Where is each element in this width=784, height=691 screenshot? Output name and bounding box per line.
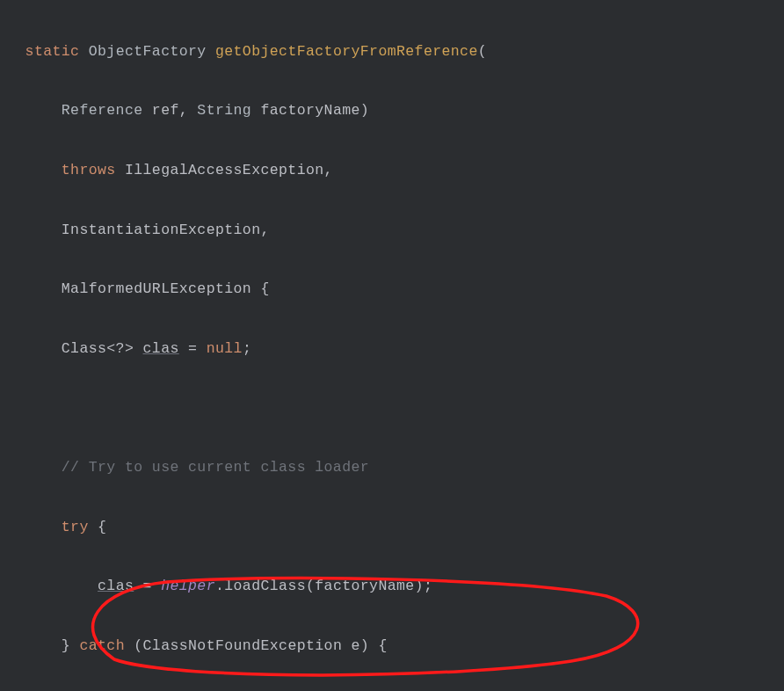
code-line: static ObjectFactory getObjectFactoryFro… (7, 37, 784, 67)
code-line: try { (7, 513, 784, 542)
code-line: Reference ref, String factoryName) (7, 96, 784, 126)
code-line: InstantiationException, (7, 215, 784, 245)
type-name: ObjectFactory (89, 43, 207, 60)
code-line: // Try to use current class loader (7, 453, 784, 483)
comment: // Try to use current class loader (62, 459, 369, 476)
variable-clas: clas (143, 340, 179, 357)
code-line (7, 393, 784, 423)
code-line: } catch (ClassNotFoundException e) { (7, 631, 784, 661)
code-line: MalformedURLException { (7, 274, 784, 304)
method-name: getObjectFactoryFromReference (215, 43, 478, 60)
field-helper: helper (161, 578, 215, 594)
code-line: clas = helper.loadClass(factoryName); (7, 571, 784, 601)
keyword-static: static (25, 43, 80, 60)
code-line: throws IllegalAccessException, (7, 156, 784, 185)
variable-clas: clas (98, 578, 134, 594)
code-line: Class<?> clas = null; (7, 334, 784, 364)
code-editor[interactable]: static ObjectFactory getObjectFactoryFro… (0, 0, 784, 691)
